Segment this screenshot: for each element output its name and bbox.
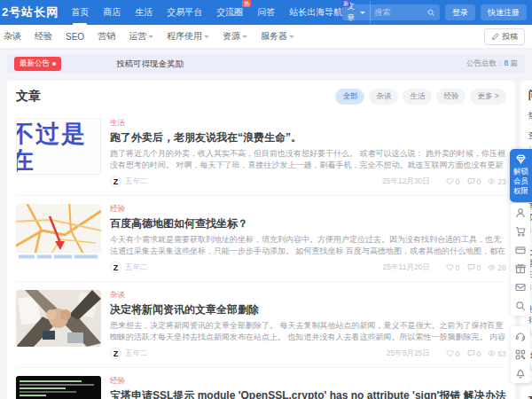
user-icon[interactable]	[515, 207, 526, 218]
subnav-misc[interactable]: 杂谈	[4, 30, 21, 43]
search-input[interactable]	[371, 8, 427, 17]
article-meta: Z 五年二 25年9月25日 0 0 63	[110, 348, 506, 359]
article-date: 25年9月25日	[387, 348, 430, 359]
nav-overseas-directory[interactable]: 站长出海导航新	[289, 6, 342, 19]
tab-all[interactable]: 全部	[335, 89, 364, 105]
comment-stat[interactable]: 0	[467, 349, 481, 358]
qa-header: 问答 ‹ PREV NEXT ›	[528, 88, 532, 103]
qrcode-icon[interactable]	[515, 349, 526, 360]
announcement-badge: 最新公告	[14, 57, 61, 71]
like-stat[interactable]: 0	[446, 263, 460, 272]
article-thumbnail[interactable]	[16, 376, 101, 399]
eye-icon	[488, 177, 496, 185]
tab-more[interactable]: 更多 >	[470, 89, 505, 105]
chevron-down-icon	[242, 35, 247, 38]
tab-life[interactable]: 生活	[403, 89, 432, 105]
nav-qa[interactable]: 问答	[257, 6, 275, 19]
article-date: 25年11月20日	[383, 262, 430, 273]
tab-experience[interactable]: 经验	[436, 89, 466, 105]
announcement-bar: 最新公告 投稿可得现金奖励 公告总数：8 篇	[7, 54, 525, 74]
article-meta: Z 五年二 25年11月20日 0 0 28	[110, 262, 506, 273]
article-body: 经验 百度高德地图如何查找坐标？ 今天有个需求就是需要获取到地址的坐标，填充到内…	[110, 204, 506, 273]
bell-icon[interactable]	[515, 368, 526, 379]
article-title[interactable]: 百度高德地图如何查找坐标？	[110, 216, 506, 231]
article-author[interactable]: 五年二	[125, 176, 382, 187]
announcement-text[interactable]: 投稿可得现金奖励	[116, 59, 466, 70]
article-filter-tabs: 全部 杂谈 生活 经验 更多 >	[335, 89, 505, 105]
page-title: 文章	[16, 89, 41, 105]
gift-icon[interactable]	[515, 263, 526, 274]
nav-home[interactable]: 首页	[71, 6, 89, 19]
comment-stat[interactable]: 0	[467, 263, 481, 272]
search-icon[interactable]	[515, 301, 526, 311]
heart-icon	[446, 263, 454, 271]
message-icon[interactable]	[515, 282, 526, 293]
subnav-marketing[interactable]: 营销	[98, 30, 115, 43]
subnav-program-usage-label: 程序使用	[167, 30, 202, 43]
article-category[interactable]: 生活	[110, 118, 506, 129]
article-title[interactable]: 宝塔申请SSL提示 module 'OpenSSL.crypto' has no…	[110, 388, 506, 399]
article-category[interactable]: 经验	[110, 204, 506, 215]
new-badge: 新	[341, 0, 350, 7]
article-thumbnail[interactable]: 不过是在 浪费生命	[16, 118, 101, 175]
chevron-down-icon	[360, 12, 365, 14]
like-stat[interactable]: 0	[446, 177, 460, 186]
comment-icon	[467, 263, 475, 271]
subnav-program-usage[interactable]: 程序使用	[167, 30, 209, 43]
nav-shop[interactable]: 商店	[103, 6, 121, 19]
search-icon[interactable]	[427, 8, 435, 18]
subnav-servers[interactable]: 服务器	[261, 30, 294, 43]
map-image	[16, 204, 101, 261]
chevron-down-icon	[148, 35, 153, 38]
subnav-experience[interactable]: 经验	[35, 30, 52, 43]
register-button[interactable]: 快速注册	[481, 4, 527, 20]
top-navigation-bar: 2号站长网 首页 商店 生活 交易平台 交流圈热 问答 站长出海导航新 文章 登…	[0, 0, 532, 25]
eye-icon	[488, 349, 496, 357]
membership-card-icon[interactable]	[515, 245, 526, 255]
search-category-select[interactable]: 文章	[347, 1, 371, 24]
customer-service-icon[interactable]	[515, 331, 526, 341]
articles-header: 文章 全部 杂谈 生活 经验 更多 >	[16, 89, 506, 110]
chevron-down-icon	[289, 35, 294, 38]
articles-card: 文章 全部 杂谈 生活 经验 更多 > 不过是在 浪费生命 生活 跑了外卖后，老…	[7, 81, 515, 399]
unlock-vip-button[interactable]: 解锁会员权限	[510, 149, 532, 202]
nav-community[interactable]: 交流圈热	[216, 6, 243, 19]
article-title[interactable]: 跑了外卖后，老朋友说我在“浪费生命”。	[110, 130, 506, 145]
avatar[interactable]: Z	[110, 262, 121, 273]
article-body: 杂谈 决定将新闻资讯的文章全部删除 思来想去，决定将新闻资讯的文章全部删除了。 …	[110, 290, 506, 359]
subnav-resources[interactable]: 资源	[223, 30, 247, 43]
like-stat[interactable]: 0	[446, 349, 460, 358]
pencil-icon	[491, 33, 499, 41]
subnav-operations[interactable]: 运营	[129, 30, 153, 43]
comment-stat[interactable]: 0	[467, 177, 481, 186]
article-thumbnail[interactable]	[16, 204, 101, 261]
article-category[interactable]: 经验	[110, 376, 506, 387]
like-count: 0	[456, 177, 460, 186]
article-thumbnail[interactable]	[16, 290, 101, 347]
comment-count: 0	[477, 177, 481, 186]
nav-trade-platform[interactable]: 交易平台	[167, 6, 202, 19]
article-title[interactable]: 决定将新闻资讯的文章全部删除	[110, 302, 506, 317]
subnav-operations-label: 运营	[129, 30, 146, 43]
article-body: 经验 宝塔申请SSL提示 module 'OpenSSL.crypto' has…	[110, 376, 506, 399]
comment-count: 0	[477, 263, 481, 272]
article-category[interactable]: 杂谈	[110, 290, 506, 301]
avatar[interactable]: Z	[110, 348, 121, 359]
login-button[interactable]: 登录	[445, 4, 475, 20]
terminal-screenshot	[16, 376, 101, 399]
cart-icon[interactable]	[515, 226, 526, 237]
avatar[interactable]: Z	[110, 176, 121, 187]
view-stat: 23	[488, 177, 505, 186]
qa-tab-hot[interactable]: 热门	[528, 110, 532, 121]
submit-post-button[interactable]: 投稿	[484, 28, 525, 45]
site-logo[interactable]: 2号站长网	[2, 4, 59, 20]
subnav-seo[interactable]: SEO	[66, 32, 84, 42]
trade-widget: 交易平台 个人3年老网站，有收录 出售 25年8月14日 3年书法资源站，有流量…	[520, 386, 532, 399]
article-author[interactable]: 五年二	[125, 348, 387, 359]
article-author[interactable]: 五年二	[125, 262, 383, 273]
tab-misc[interactable]: 杂谈	[369, 89, 398, 105]
nav-life[interactable]: 生活	[135, 6, 153, 19]
comment-icon	[467, 177, 475, 185]
comment-count: 0	[477, 349, 481, 358]
announcement-badge-label: 最新公告	[20, 59, 50, 69]
